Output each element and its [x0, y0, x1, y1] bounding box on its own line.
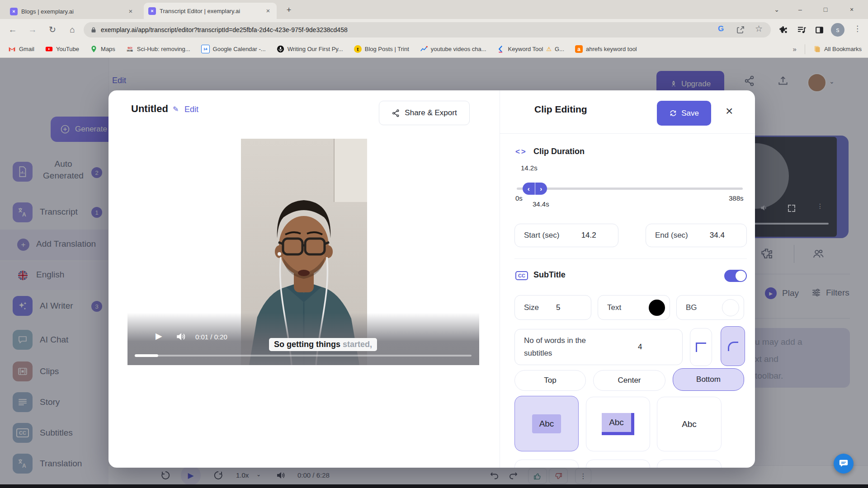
subtitle-style-card-3[interactable]: Abc	[657, 397, 722, 451]
bookmark-gmail[interactable]: Gmail	[8, 45, 34, 53]
clip-editing-modal: Untitled ✎ Edit Share & Export	[108, 90, 755, 468]
clip-edit-button[interactable]: Edit	[184, 105, 198, 114]
subtitle-style-card-partial[interactable]	[586, 460, 650, 468]
clip-duration-label: Clip Duration	[533, 147, 585, 156]
playlist-extension-icon[interactable]	[797, 25, 807, 35]
code-icon: < >	[515, 147, 525, 156]
url-text[interactable]: exemplary.ai/app/transcript/editor?trans…	[101, 26, 348, 33]
chat-widget-button[interactable]	[834, 454, 854, 474]
subtitle-style-card-partial[interactable]	[514, 460, 579, 468]
bookmark-youtube[interactable]: YouTube	[45, 45, 79, 53]
window-minimize-button[interactable]: –	[788, 0, 812, 19]
clip-editing-title: Clip Editing	[534, 104, 587, 115]
subtitle-style-card-1[interactable]: Abc	[514, 396, 579, 451]
bookmarks-overflow: » All Bookmarks	[793, 44, 862, 54]
podcast-icon	[277, 45, 284, 53]
video-volume-icon[interactable]	[175, 331, 186, 342]
browser-tab-transcript-editor[interactable]: × Transcript Editor | exemplary.ai ×	[144, 3, 277, 19]
position-bottom-button[interactable]: Bottom	[673, 368, 744, 391]
subtitle-style-card-2[interactable]: Abc	[586, 397, 650, 451]
profile-avatar[interactable]: s	[831, 23, 844, 37]
range-max-label: 388s	[729, 194, 744, 202]
video-progress-track[interactable]	[135, 355, 472, 357]
slider-left-handle[interactable]: ‹	[523, 183, 535, 195]
tab-search-chevron-icon[interactable]: ⌄	[765, 0, 788, 19]
browser-tab-blogs[interactable]: × Blogs | exemplary.ai ×	[5, 4, 139, 19]
video-fullscreen-icon[interactable]	[483, 332, 490, 339]
position-center-button[interactable]: Center	[593, 370, 665, 391]
video-play-icon[interactable]: ▶	[156, 331, 162, 341]
reload-button[interactable]: ↻	[45, 23, 60, 37]
start-time-bubble: 14.2s	[521, 164, 538, 172]
subtitle-text-color[interactable]: Text	[598, 295, 670, 320]
video-time: 0:01 / 0:20	[195, 333, 227, 341]
keyword-tool-icon	[497, 45, 505, 53]
subtitle-caption[interactable]: So getting things started,	[269, 338, 377, 351]
end-seconds-input[interactable]: End (sec) 34.4	[646, 224, 747, 247]
bookmark-writing-first[interactable]: Writing Our First Py...	[277, 45, 343, 53]
save-button[interactable]: Save	[657, 101, 711, 126]
tab-title: Blogs | exemplary.ai	[21, 8, 123, 15]
chart-icon	[420, 45, 428, 53]
close-modal-icon[interactable]: ×	[726, 104, 733, 118]
bookmark-keyword-tool[interactable]: Keyword Tool ⚠ G...	[497, 45, 564, 53]
google-g-icon[interactable]: G	[718, 24, 724, 33]
range-slider-handles[interactable]: ‹ ›	[523, 183, 547, 195]
bookmarks-stack-icon	[813, 45, 821, 53]
bookmark-maps[interactable]: Maps	[90, 45, 115, 53]
range-slider-track[interactable]	[517, 188, 743, 190]
bookmark-blog-posts-trint[interactable]: t Blog Posts | Trint	[354, 45, 409, 53]
maps-pin-icon	[90, 45, 98, 53]
start-seconds-input[interactable]: Start (sec) 14.2	[514, 224, 618, 247]
extensions-puzzle-icon[interactable]	[778, 25, 788, 35]
back-button[interactable]: ←	[5, 23, 20, 37]
divider	[514, 258, 747, 259]
sharp-corner-icon	[696, 343, 706, 352]
clip-title: Untitled	[131, 103, 168, 115]
ahrefs-icon: a	[575, 45, 583, 53]
bookmark-ahrefs[interactable]: a ahrefs keyword tool	[575, 45, 637, 53]
video-progress-fill[interactable]	[135, 354, 158, 357]
range-min-label: 0s	[515, 194, 523, 202]
tab-close-icon[interactable]: ×	[264, 7, 272, 15]
subtitle-style-card-partial[interactable]	[657, 460, 722, 468]
slider-right-handle[interactable]: ›	[535, 183, 547, 195]
window-maximize-button[interactable]: □	[814, 0, 837, 19]
bookmark-youtube-videos[interactable]: youtube videos cha...	[420, 45, 486, 53]
subtitle-toggle[interactable]	[724, 270, 747, 282]
share-page-icon[interactable]	[736, 25, 745, 34]
browser-toolbar: ← → ↻ ⌂ exemplary.ai/app/transcript/edit…	[0, 19, 868, 41]
corner-sharp-button[interactable]	[690, 328, 712, 366]
text-color-swatch[interactable]	[649, 300, 665, 316]
share-export-button[interactable]: Share & Export	[379, 101, 470, 125]
subtitle-bg-color[interactable]: BG	[676, 295, 744, 320]
warning-icon: ⚠	[546, 46, 552, 52]
home-button[interactable]: ⌂	[65, 23, 80, 37]
site-lock-icon	[90, 26, 97, 34]
bottom-strip	[0, 484, 868, 488]
new-tab-button[interactable]: +	[283, 4, 295, 16]
window-close-button[interactable]: ×	[840, 0, 863, 19]
corner-rounded-button[interactable]	[721, 326, 745, 366]
bookmark-google-calendar[interactable]: 14 Google Calendar -...	[201, 45, 266, 53]
bookmark-star-icon[interactable]: ☆	[755, 23, 763, 34]
address-bar[interactable]: exemplary.ai/app/transcript/editor?trans…	[84, 22, 771, 38]
bg-color-swatch[interactable]	[722, 299, 739, 316]
share-nodes-icon	[392, 109, 400, 117]
all-bookmarks-button[interactable]: All Bookmarks	[813, 45, 862, 53]
bookmark-scihub[interactable]: SCIHUB Sci-Hub: removing...	[126, 45, 190, 53]
tab-close-icon[interactable]: ×	[127, 7, 135, 15]
scihub-icon: SCIHUB	[126, 45, 134, 53]
divider	[500, 90, 500, 468]
position-top-button[interactable]: Top	[514, 370, 586, 391]
side-panel-icon[interactable]	[815, 25, 824, 35]
video-player[interactable]: ▶ 0:01 / 0:20 So getting things started,	[127, 139, 479, 365]
edit-pencil-icon[interactable]: ✎	[173, 105, 179, 113]
forward-button[interactable]: →	[25, 23, 40, 37]
bookmarks-more-icon[interactable]: »	[793, 45, 797, 53]
youtube-icon	[45, 45, 53, 53]
words-per-subtitle-input[interactable]: No of words in the subtitles 4	[514, 329, 683, 365]
exemplary-favicon: ×	[10, 8, 18, 15]
subtitle-size-input[interactable]: Size 5	[514, 295, 591, 320]
browser-menu-icon[interactable]: ⋮	[854, 24, 861, 33]
